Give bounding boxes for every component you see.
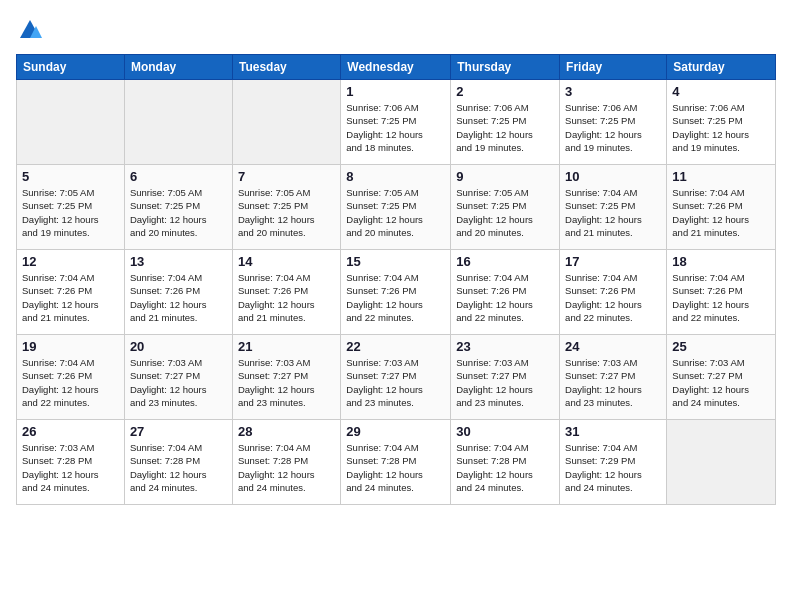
day-number: 13 [130, 254, 227, 269]
cell-info-text: Sunrise: 7:03 AM Sunset: 7:27 PM Dayligh… [672, 356, 770, 409]
cell-info-text: Sunrise: 7:03 AM Sunset: 7:27 PM Dayligh… [346, 356, 445, 409]
calendar-cell: 6Sunrise: 7:05 AM Sunset: 7:25 PM Daylig… [124, 165, 232, 250]
calendar-cell [17, 80, 125, 165]
calendar-cell: 28Sunrise: 7:04 AM Sunset: 7:28 PM Dayli… [232, 420, 340, 505]
cell-info-text: Sunrise: 7:04 AM Sunset: 7:26 PM Dayligh… [238, 271, 335, 324]
calendar-cell: 30Sunrise: 7:04 AM Sunset: 7:28 PM Dayli… [451, 420, 560, 505]
calendar-cell: 13Sunrise: 7:04 AM Sunset: 7:26 PM Dayli… [124, 250, 232, 335]
cell-info-text: Sunrise: 7:03 AM Sunset: 7:27 PM Dayligh… [130, 356, 227, 409]
cell-info-text: Sunrise: 7:03 AM Sunset: 7:28 PM Dayligh… [22, 441, 119, 494]
day-number: 1 [346, 84, 445, 99]
calendar-cell: 14Sunrise: 7:04 AM Sunset: 7:26 PM Dayli… [232, 250, 340, 335]
cell-info-text: Sunrise: 7:05 AM Sunset: 7:25 PM Dayligh… [456, 186, 554, 239]
day-number: 21 [238, 339, 335, 354]
cell-info-text: Sunrise: 7:04 AM Sunset: 7:29 PM Dayligh… [565, 441, 661, 494]
weekday-header-wednesday: Wednesday [341, 55, 451, 80]
cell-info-text: Sunrise: 7:03 AM Sunset: 7:27 PM Dayligh… [456, 356, 554, 409]
calendar-cell: 3Sunrise: 7:06 AM Sunset: 7:25 PM Daylig… [560, 80, 667, 165]
day-number: 24 [565, 339, 661, 354]
day-number: 3 [565, 84, 661, 99]
calendar-cell [232, 80, 340, 165]
calendar-cell [667, 420, 776, 505]
calendar-week-row: 19Sunrise: 7:04 AM Sunset: 7:26 PM Dayli… [17, 335, 776, 420]
cell-info-text: Sunrise: 7:06 AM Sunset: 7:25 PM Dayligh… [456, 101, 554, 154]
day-number: 25 [672, 339, 770, 354]
calendar-cell [124, 80, 232, 165]
weekday-header-monday: Monday [124, 55, 232, 80]
day-number: 19 [22, 339, 119, 354]
calendar-table: SundayMondayTuesdayWednesdayThursdayFrid… [16, 54, 776, 505]
calendar-week-row: 1Sunrise: 7:06 AM Sunset: 7:25 PM Daylig… [17, 80, 776, 165]
weekday-header-row: SundayMondayTuesdayWednesdayThursdayFrid… [17, 55, 776, 80]
calendar-cell: 24Sunrise: 7:03 AM Sunset: 7:27 PM Dayli… [560, 335, 667, 420]
calendar-cell: 27Sunrise: 7:04 AM Sunset: 7:28 PM Dayli… [124, 420, 232, 505]
cell-info-text: Sunrise: 7:04 AM Sunset: 7:28 PM Dayligh… [130, 441, 227, 494]
day-number: 15 [346, 254, 445, 269]
day-number: 5 [22, 169, 119, 184]
calendar-cell: 18Sunrise: 7:04 AM Sunset: 7:26 PM Dayli… [667, 250, 776, 335]
day-number: 4 [672, 84, 770, 99]
calendar-cell: 2Sunrise: 7:06 AM Sunset: 7:25 PM Daylig… [451, 80, 560, 165]
cell-info-text: Sunrise: 7:04 AM Sunset: 7:28 PM Dayligh… [346, 441, 445, 494]
calendar-week-row: 5Sunrise: 7:05 AM Sunset: 7:25 PM Daylig… [17, 165, 776, 250]
day-number: 30 [456, 424, 554, 439]
day-number: 28 [238, 424, 335, 439]
calendar-cell: 31Sunrise: 7:04 AM Sunset: 7:29 PM Dayli… [560, 420, 667, 505]
day-number: 31 [565, 424, 661, 439]
calendar-cell: 4Sunrise: 7:06 AM Sunset: 7:25 PM Daylig… [667, 80, 776, 165]
day-number: 27 [130, 424, 227, 439]
day-number: 11 [672, 169, 770, 184]
cell-info-text: Sunrise: 7:04 AM Sunset: 7:26 PM Dayligh… [346, 271, 445, 324]
day-number: 12 [22, 254, 119, 269]
cell-info-text: Sunrise: 7:04 AM Sunset: 7:26 PM Dayligh… [672, 186, 770, 239]
calendar-week-row: 26Sunrise: 7:03 AM Sunset: 7:28 PM Dayli… [17, 420, 776, 505]
day-number: 20 [130, 339, 227, 354]
cell-info-text: Sunrise: 7:04 AM Sunset: 7:26 PM Dayligh… [565, 271, 661, 324]
calendar-cell: 20Sunrise: 7:03 AM Sunset: 7:27 PM Dayli… [124, 335, 232, 420]
weekday-header-thursday: Thursday [451, 55, 560, 80]
day-number: 29 [346, 424, 445, 439]
day-number: 26 [22, 424, 119, 439]
cell-info-text: Sunrise: 7:04 AM Sunset: 7:28 PM Dayligh… [238, 441, 335, 494]
cell-info-text: Sunrise: 7:05 AM Sunset: 7:25 PM Dayligh… [130, 186, 227, 239]
cell-info-text: Sunrise: 7:04 AM Sunset: 7:26 PM Dayligh… [456, 271, 554, 324]
calendar-week-row: 12Sunrise: 7:04 AM Sunset: 7:26 PM Dayli… [17, 250, 776, 335]
day-number: 8 [346, 169, 445, 184]
logo [16, 16, 48, 44]
weekday-header-tuesday: Tuesday [232, 55, 340, 80]
calendar-cell: 10Sunrise: 7:04 AM Sunset: 7:25 PM Dayli… [560, 165, 667, 250]
cell-info-text: Sunrise: 7:04 AM Sunset: 7:28 PM Dayligh… [456, 441, 554, 494]
calendar-cell: 5Sunrise: 7:05 AM Sunset: 7:25 PM Daylig… [17, 165, 125, 250]
calendar-cell: 22Sunrise: 7:03 AM Sunset: 7:27 PM Dayli… [341, 335, 451, 420]
day-number: 23 [456, 339, 554, 354]
calendar-cell: 19Sunrise: 7:04 AM Sunset: 7:26 PM Dayli… [17, 335, 125, 420]
cell-info-text: Sunrise: 7:05 AM Sunset: 7:25 PM Dayligh… [238, 186, 335, 239]
cell-info-text: Sunrise: 7:03 AM Sunset: 7:27 PM Dayligh… [565, 356, 661, 409]
calendar-cell: 15Sunrise: 7:04 AM Sunset: 7:26 PM Dayli… [341, 250, 451, 335]
cell-info-text: Sunrise: 7:05 AM Sunset: 7:25 PM Dayligh… [346, 186, 445, 239]
day-number: 7 [238, 169, 335, 184]
calendar-cell: 23Sunrise: 7:03 AM Sunset: 7:27 PM Dayli… [451, 335, 560, 420]
cell-info-text: Sunrise: 7:06 AM Sunset: 7:25 PM Dayligh… [672, 101, 770, 154]
day-number: 14 [238, 254, 335, 269]
calendar-cell: 11Sunrise: 7:04 AM Sunset: 7:26 PM Dayli… [667, 165, 776, 250]
cell-info-text: Sunrise: 7:05 AM Sunset: 7:25 PM Dayligh… [22, 186, 119, 239]
calendar-cell: 21Sunrise: 7:03 AM Sunset: 7:27 PM Dayli… [232, 335, 340, 420]
day-number: 16 [456, 254, 554, 269]
cell-info-text: Sunrise: 7:04 AM Sunset: 7:26 PM Dayligh… [22, 356, 119, 409]
calendar-cell: 16Sunrise: 7:04 AM Sunset: 7:26 PM Dayli… [451, 250, 560, 335]
day-number: 22 [346, 339, 445, 354]
calendar-cell: 12Sunrise: 7:04 AM Sunset: 7:26 PM Dayli… [17, 250, 125, 335]
cell-info-text: Sunrise: 7:04 AM Sunset: 7:26 PM Dayligh… [672, 271, 770, 324]
calendar-cell: 26Sunrise: 7:03 AM Sunset: 7:28 PM Dayli… [17, 420, 125, 505]
calendar-cell: 29Sunrise: 7:04 AM Sunset: 7:28 PM Dayli… [341, 420, 451, 505]
weekday-header-saturday: Saturday [667, 55, 776, 80]
day-number: 10 [565, 169, 661, 184]
logo-icon [16, 16, 44, 44]
cell-info-text: Sunrise: 7:04 AM Sunset: 7:26 PM Dayligh… [130, 271, 227, 324]
day-number: 9 [456, 169, 554, 184]
day-number: 6 [130, 169, 227, 184]
day-number: 17 [565, 254, 661, 269]
weekday-header-friday: Friday [560, 55, 667, 80]
calendar-cell: 17Sunrise: 7:04 AM Sunset: 7:26 PM Dayli… [560, 250, 667, 335]
